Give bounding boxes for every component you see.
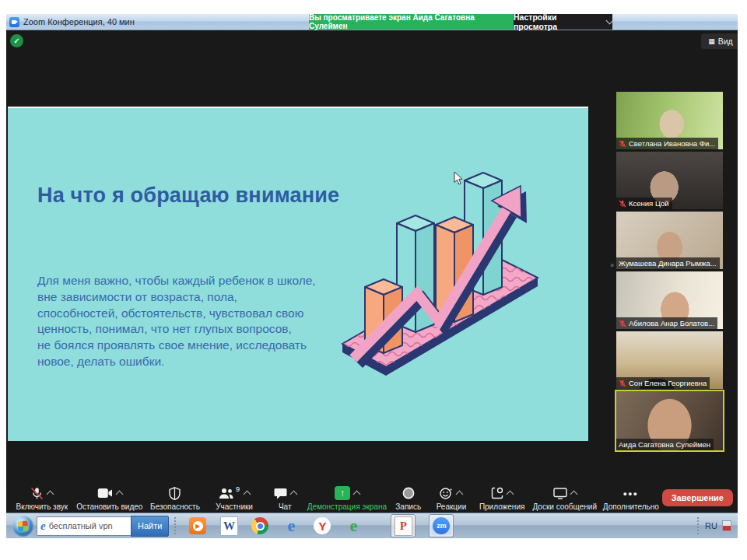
bar-chart-arrow-illustration	[339, 163, 582, 390]
windows-taskbar: e бесплатный vpn Найти ▶ W e Y e P zm RU	[6, 513, 738, 538]
participant-name: Светлана Ивановна Фи...	[629, 139, 715, 148]
participant-name: Жумашева Динара Рымжа...	[619, 259, 717, 268]
viewing-screen-banner: Вы просматриваете экран Аида Сагатовна С…	[309, 14, 514, 30]
zoom-icon: zm	[433, 517, 450, 534]
zoom-app-icon	[9, 17, 19, 27]
system-tray: RU	[696, 516, 735, 535]
tray-small-icon[interactable]	[722, 520, 731, 531]
taskbar-search-box[interactable]: e бесплатный vpn	[37, 516, 131, 536]
word-icon: W	[220, 516, 238, 536]
slide-body-text: Для меня важно, чтобы каждый ребенок в ш…	[37, 273, 364, 370]
more-label: Дополнительно	[603, 502, 659, 511]
participant-video-4[interactable]: Абилова Анар Болатов...	[616, 271, 723, 329]
participant-name-label: Аида Сагатовна Сулеймен	[616, 439, 714, 450]
audio-options-chevron[interactable]	[47, 491, 54, 499]
share-screen-icon: ↑	[335, 486, 350, 500]
search-find-button[interactable]: Найти	[131, 516, 169, 537]
taskbar-chrome-icon[interactable]	[248, 515, 272, 537]
participant-video-6-active-speaker[interactable]: Аида Сагатовна Сулеймен	[616, 391, 723, 450]
whiteboards-label: Доски сообщений	[532, 502, 597, 511]
apps-button[interactable]: Приложения	[475, 482, 530, 513]
participants-options-chevron[interactable]	[244, 491, 251, 499]
record-icon	[402, 487, 415, 499]
chevron-down-icon	[606, 17, 614, 25]
muted-mic-icon	[619, 320, 626, 327]
taskbar-potplayer-icon[interactable]: ▶	[186, 515, 209, 537]
participant-video-1[interactable]: Светлана Ивановна Фи...	[616, 92, 723, 149]
participants-icon	[219, 488, 234, 499]
windows-logo-icon	[17, 520, 28, 531]
internet-explorer-icon: e	[288, 517, 296, 534]
participant-name: Сон Елена Георгиевна	[629, 379, 707, 387]
muted-mic-icon	[619, 380, 626, 387]
participant-name-label: Абилова Анар Болатов...	[616, 317, 717, 329]
taskbar-zoom-button[interactable]: zm	[429, 514, 454, 537]
slide-title: На что я обращаю внимание	[37, 183, 349, 209]
whiteboard-icon	[553, 488, 567, 499]
record-button[interactable]: Запись	[388, 482, 428, 513]
window-titlebar[interactable]: Zoom Конференция, 40 мин Вы просматривае…	[6, 14, 738, 30]
screenshot-root: Zoom Конференция, 40 мин Вы просматривае…	[0, 0, 747, 560]
chrome-icon	[251, 517, 268, 534]
search-input-value: бесплатный vpn	[49, 521, 113, 530]
end-meeting-button[interactable]: Завершение	[662, 489, 733, 506]
participant-video-2[interactable]: Ксения Цой	[616, 152, 723, 209]
encryption-shield-icon[interactable]: ✓	[10, 34, 23, 47]
unmute-label: Включить звук	[16, 502, 68, 511]
taskbar-powerpoint-button[interactable]: P	[391, 514, 416, 537]
shield-check-glyph: ✓	[13, 37, 19, 45]
reactions-label: Реакции	[437, 502, 467, 511]
video-options-chevron[interactable]	[115, 491, 123, 499]
mic-muted-icon	[30, 487, 44, 500]
reactions-options-chevron[interactable]	[456, 491, 464, 499]
participants-button[interactable]: 9 Участники	[204, 482, 265, 513]
more-button[interactable]: ••• Дополнительно	[600, 482, 662, 513]
chat-label: Чат	[279, 502, 292, 511]
view-settings-label: Настройки просмотра	[514, 14, 601, 31]
whiteboards-button[interactable]: Доски сообщений	[529, 482, 600, 513]
tray-grip	[696, 516, 700, 535]
participant-video-3[interactable]: Жумашева Динара Рымжа...	[616, 212, 723, 269]
zoom-toolbar: Включить звук Остановить видео Безопасно…	[6, 482, 738, 513]
participants-label: Участники	[216, 502, 253, 511]
participant-name: Аида Сагатовна Сулеймен	[619, 440, 710, 449]
apps-options-chevron[interactable]	[507, 491, 514, 499]
view-settings-button[interactable]: Настройки просмотра	[514, 14, 612, 30]
mouse-cursor	[454, 171, 463, 185]
chat-options-chevron[interactable]	[289, 491, 297, 499]
taskbar-internet-explorer-icon[interactable]: e	[279, 515, 303, 537]
security-button[interactable]: Безопасность	[146, 482, 204, 513]
chat-button[interactable]: Чат	[265, 482, 306, 513]
unmute-button[interactable]: Включить звук	[11, 482, 73, 513]
taskbar-grip	[174, 516, 177, 535]
whiteboards-options-chevron[interactable]	[570, 491, 577, 499]
share-screen-label: Демонстрация экрана	[307, 502, 387, 511]
taskbar-word-icon[interactable]: W	[217, 515, 240, 537]
participant-name-label: Ксения Цой	[616, 198, 672, 209]
view-button-label: Вид	[718, 37, 733, 46]
shared-slide: На что я обращаю внимание Для меня важно…	[8, 107, 588, 441]
video-camera-icon	[97, 488, 113, 499]
stop-video-button[interactable]: Остановить видео	[73, 482, 146, 513]
reactions-button[interactable]: + Реакции	[428, 482, 475, 513]
apps-icon	[491, 487, 503, 499]
collapse-videos-icon[interactable]: »	[610, 261, 614, 269]
participants-count-badge: 9	[236, 485, 240, 493]
ie-icon: e	[40, 520, 46, 532]
security-label: Безопасность	[150, 502, 200, 511]
smiley-reactions-icon: +	[440, 487, 453, 499]
yandex-browser-icon: Y	[314, 517, 331, 534]
taskbar-yandex-icon[interactable]: Y	[310, 515, 334, 537]
potplayer-icon: ▶	[189, 517, 206, 534]
view-layout-button[interactable]: ▦ Вид	[701, 33, 738, 49]
participant-video-5[interactable]: Сон Елена Георгиевна	[616, 331, 723, 389]
taskbar-green-browser-icon[interactable]: e	[342, 515, 365, 537]
svg-text:+: +	[450, 487, 453, 492]
apps-label: Приложения	[479, 502, 525, 511]
share-screen-button[interactable]: ↑ Демонстрация экрана	[306, 482, 389, 513]
language-indicator[interactable]: RU	[705, 521, 717, 530]
chat-bubble-icon	[274, 488, 287, 499]
muted-mic-icon	[619, 140, 626, 148]
share-options-chevron[interactable]	[352, 491, 360, 499]
start-button[interactable]	[12, 516, 33, 537]
